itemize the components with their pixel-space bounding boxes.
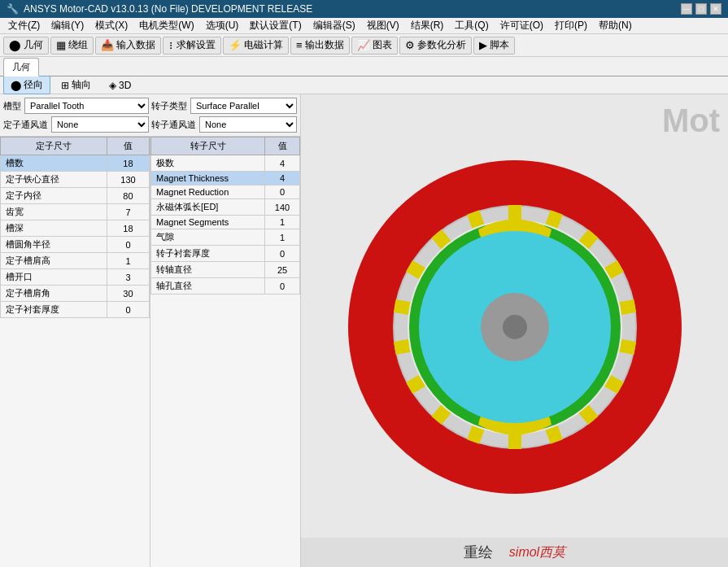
chart-icon: 📈 xyxy=(357,39,370,51)
stator-param-name: 定子槽肩高 xyxy=(1,253,107,269)
stator-row-5[interactable]: 槽圆角半径 0 xyxy=(1,237,150,253)
stator-param-name: 槽开口 xyxy=(1,269,107,286)
rotor-param-value[interactable]: 1 xyxy=(265,229,300,246)
redraw-label: 重绘 xyxy=(464,543,493,562)
menu-editor[interactable]: 编辑器(S) xyxy=(308,17,360,34)
stator-param-value[interactable]: 30 xyxy=(107,286,149,302)
view-tab-radial[interactable]: ⬤ 径向 xyxy=(3,76,50,94)
stator-val-header: 值 xyxy=(107,137,149,155)
menu-view[interactable]: 视图(V) xyxy=(362,17,404,34)
menu-license[interactable]: 许可证(O) xyxy=(495,17,548,34)
stator-row-7[interactable]: 槽开口 3 xyxy=(1,269,150,286)
menu-defaults[interactable]: 默认设置(T) xyxy=(245,17,306,34)
rotor-param-value[interactable]: 0 xyxy=(265,246,300,262)
rotor-param-value[interactable]: 1 xyxy=(265,216,300,229)
stator-param-value[interactable]: 18 xyxy=(107,155,149,172)
rotor-param-name: 永磁体弧长[ED] xyxy=(151,199,265,216)
rotor-param-value[interactable]: 4 xyxy=(265,155,300,172)
stator-row-6[interactable]: 定子槽肩高 1 xyxy=(1,253,150,269)
rotor-row-7[interactable]: 转轴直径 25 xyxy=(151,262,300,278)
stator-param-value[interactable]: 3 xyxy=(107,269,149,286)
rotor-row-6[interactable]: 转子衬套厚度 0 xyxy=(151,246,300,262)
menu-help[interactable]: 帮助(N) xyxy=(594,17,637,34)
rotor-param-value[interactable]: 4 xyxy=(265,172,300,185)
menu-results[interactable]: 结果(R) xyxy=(406,17,449,34)
menu-print[interactable]: 打印(P) xyxy=(550,17,592,34)
stator-param-value[interactable]: 80 xyxy=(107,188,149,204)
toolbar-output[interactable]: ≡ 输出数据 xyxy=(290,37,350,55)
menu-edit[interactable]: 编辑(Y) xyxy=(46,17,89,34)
maximize-btn[interactable]: □ xyxy=(695,3,707,15)
rotor-param-value[interactable]: 140 xyxy=(265,199,300,216)
stator-row-1[interactable]: 定子铁心直径 130 xyxy=(1,172,150,188)
stator-channel-select[interactable]: None xyxy=(51,116,149,133)
param-label: 参数化分析 xyxy=(417,38,466,52)
stator-param-name: 槽数 xyxy=(1,155,107,172)
menu-motor-type[interactable]: 电机类型(W) xyxy=(134,17,198,34)
slot-type-row: 槽型 Parallel Tooth xyxy=(3,98,149,114)
toolbar-input-data[interactable]: 📥 输入数据 xyxy=(95,37,161,55)
stator-row-8[interactable]: 定子槽肩角 30 xyxy=(1,286,150,302)
3d-icon: ◈ xyxy=(109,80,116,91)
rotor-row-8[interactable]: 轴孔直径 0 xyxy=(151,278,300,294)
rotor-row-5[interactable]: 气隙 1 xyxy=(151,229,300,246)
stator-param-value[interactable]: 0 xyxy=(107,237,149,253)
toolbar-script[interactable]: ▶ 脚本 xyxy=(473,37,515,55)
slot-type-select[interactable]: Parallel Tooth xyxy=(24,98,149,114)
toolbar-param[interactable]: ⚙ 参数化分析 xyxy=(399,37,472,55)
stator-param-name: 槽深 xyxy=(1,220,107,237)
stator-row-4[interactable]: 槽深 18 xyxy=(1,220,150,237)
stator-row-0[interactable]: 槽数 18 xyxy=(1,155,150,172)
stator-param-value[interactable]: 0 xyxy=(107,302,149,318)
view-tab-3d[interactable]: ◈ 3D xyxy=(102,77,138,94)
toolbar-chart[interactable]: 📈 图表 xyxy=(351,37,398,55)
close-btn[interactable]: ✕ xyxy=(710,3,721,15)
rotor-param-value[interactable]: 0 xyxy=(265,185,300,199)
stator-param-value[interactable]: 18 xyxy=(107,220,149,237)
toolbar-em-calc[interactable]: ⚡ 电磁计算 xyxy=(223,37,289,55)
toolbar-geometry[interactable]: ⬤ 几何 xyxy=(3,37,49,55)
menu-mode[interactable]: 模式(X) xyxy=(90,17,133,34)
input-data-label: 输入数据 xyxy=(116,38,155,52)
rotor-param-name: 转子衬套厚度 xyxy=(151,246,265,262)
stator-param-value[interactable]: 1 xyxy=(107,253,149,269)
left-panel: 槽型 Parallel Tooth 转子类型 Surface Parallel … xyxy=(0,94,301,567)
tab-geometry[interactable]: 几何 xyxy=(3,58,39,76)
stator-param-value[interactable]: 7 xyxy=(107,204,149,220)
toolbar-winding[interactable]: ▦ 绕组 xyxy=(50,37,94,55)
menu-tools[interactable]: 工具(Q) xyxy=(450,17,493,34)
rotor-channel-select[interactable]: None xyxy=(199,116,297,133)
menu-options[interactable]: 选项(U) xyxy=(201,17,244,34)
rotor-row-1[interactable]: Magnet Thickness 4 xyxy=(151,172,300,185)
rotor-row-0[interactable]: 极数 4 xyxy=(151,155,300,172)
app-icon: 🔧 xyxy=(7,3,19,15)
redraw-bar: 重绘 simol西莫 xyxy=(301,538,728,567)
rotor-param-value[interactable]: 25 xyxy=(265,262,300,278)
rotor-table: 转子尺寸 值 极数 4 Magnet Thickness 4 Magnet Re… xyxy=(150,137,300,567)
title-bar: 🔧 ANSYS Motor-CAD v13.0.13 (No File) DEV… xyxy=(0,0,728,18)
rotor-row-4[interactable]: Magnet Segments 1 xyxy=(151,216,300,229)
rotor-type-select[interactable]: Surface Parallel xyxy=(190,98,297,114)
app-title: ANSYS Motor-CAD v13.0.13 (No File) DEVEL… xyxy=(24,3,312,15)
rotor-row-2[interactable]: Magnet Reduction 0 xyxy=(151,185,300,199)
stator-table: 定子尺寸 值 槽数 18 定子铁心直径 130 定子内径 80 齿宽 7 槽深 … xyxy=(0,137,150,567)
menu-file[interactable]: 文件(Z) xyxy=(3,17,45,34)
stator-row-9[interactable]: 定子衬套厚度 0 xyxy=(1,302,150,318)
rotor-param-value[interactable]: 0 xyxy=(265,278,300,294)
solve-label: 求解设置 xyxy=(177,38,216,52)
stator-param-value[interactable]: 130 xyxy=(107,172,149,188)
motor-canvas xyxy=(301,94,728,567)
rotor-param-name: Magnet Reduction xyxy=(151,185,265,199)
window-controls[interactable]: — □ ✕ xyxy=(681,3,721,15)
rotor-param-name: 气隙 xyxy=(151,229,265,246)
stator-row-2[interactable]: 定子内径 80 xyxy=(1,188,150,204)
motor-svg xyxy=(340,111,690,551)
watermark: Mot xyxy=(662,102,720,139)
stator-row-3[interactable]: 齿宽 7 xyxy=(1,204,150,220)
toolbar-solve[interactable]: ⫶ 求解设置 xyxy=(163,37,221,55)
minimize-btn[interactable]: — xyxy=(681,3,692,15)
view-tab-axial[interactable]: ⊞ 轴向 xyxy=(54,76,98,94)
rotor-type-label: 转子类型 xyxy=(151,100,187,112)
output-icon: ≡ xyxy=(296,39,303,51)
rotor-row-3[interactable]: 永磁体弧长[ED] 140 xyxy=(151,199,300,216)
